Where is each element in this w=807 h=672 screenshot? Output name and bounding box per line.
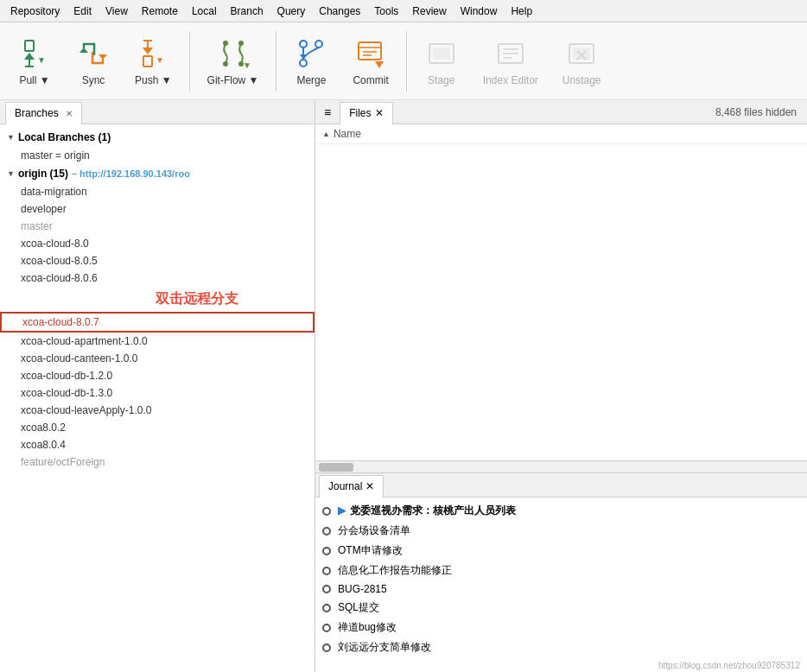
scrollbar-thumb: [319, 463, 353, 472]
branches-tab-bar: Branches ✕: [0, 100, 315, 124]
branch-xcoa-cloud-db12[interactable]: xcoa-cloud-db-1.2.0: [0, 367, 315, 384]
menu-remote[interactable]: Remote: [135, 3, 185, 19]
sync-button[interactable]: Sync: [66, 31, 121, 92]
menu-changes[interactable]: Changes: [312, 3, 367, 19]
branch-xcoa-cloud-807[interactable]: xcoa-cloud-8.0.7: [0, 312, 315, 333]
origin-triangle-icon: ▼: [7, 169, 15, 178]
journal-entry-text: BUG-2815: [338, 583, 387, 595]
journal-item[interactable]: ▶ 党委巡视办需求：核桃产出人员列表: [315, 501, 807, 521]
svg-rect-22: [359, 42, 381, 60]
origin-header[interactable]: ▼ origin (15) – http://192.168.90.143/ro…: [0, 164, 315, 183]
unstage-icon: [564, 36, 599, 71]
journal-close-icon[interactable]: ✕: [365, 480, 374, 492]
sort-arrow-icon: ▲: [322, 130, 330, 138]
files-tab[interactable]: Files ✕: [340, 102, 392, 124]
menu-review[interactable]: Review: [405, 3, 453, 19]
local-branch-master[interactable]: master = origin: [0, 147, 315, 164]
pull-button[interactable]: ▼ Pull ▼: [7, 31, 62, 92]
journal-body: ▶ 党委巡视办需求：核桃产出人员列表分会场设备清单OTM申请修改信息化工作报告功…: [315, 498, 807, 659]
svg-rect-0: [25, 41, 34, 51]
files-name-column: Name: [334, 128, 361, 140]
local-branches-header[interactable]: ▼ Local Branches (1): [0, 128, 315, 147]
branch-xcoa804[interactable]: xcoa8.0.4: [0, 436, 315, 453]
gitflow-icon: ▼: [216, 36, 251, 71]
stage-label: Stage: [428, 74, 454, 86]
journal-entry-text: 刘远远分支简单修改: [338, 640, 431, 655]
menu-help[interactable]: Help: [504, 3, 539, 19]
separator-2: [276, 31, 276, 92]
svg-marker-5: [79, 48, 88, 53]
stage-button[interactable]: Stage: [414, 31, 469, 92]
menu-branch[interactable]: Branch: [224, 3, 270, 19]
right-panel: ≡ Files ✕ 8,468 files hidden ▲ Name: [315, 100, 807, 672]
separator-3: [406, 31, 407, 92]
branches-tab[interactable]: Branches ✕: [5, 102, 82, 124]
journal-item[interactable]: OTM申请修改: [315, 541, 807, 561]
menu-tools[interactable]: Tools: [367, 3, 405, 19]
journal-item[interactable]: 信息化工作报告功能修正: [315, 561, 807, 580]
play-icon: ▶: [338, 504, 348, 517]
svg-point-17: [300, 41, 307, 48]
push-button[interactable]: ▼ Push ▼: [124, 31, 182, 92]
files-tab-label: Files: [349, 107, 371, 119]
local-branches-label: Local Branches (1): [18, 131, 111, 143]
gitflow-button[interactable]: ▼ Git-Flow ▼: [197, 31, 270, 92]
pull-icon: ▼: [17, 36, 52, 71]
files-body[interactable]: [315, 144, 807, 460]
master-origin-suffix: = origin: [55, 149, 90, 162]
hamburger-icon[interactable]: ≡: [319, 104, 336, 121]
origin-label: origin (15): [18, 168, 68, 180]
journal-item[interactable]: 刘远远分支简单修改: [315, 637, 807, 657]
menu-edit[interactable]: Edit: [67, 3, 98, 19]
journal-entry-text: 信息化工作报告功能修正: [338, 563, 452, 578]
journal-item[interactable]: BUG-2815: [315, 580, 807, 598]
branch-xcoa-cloud-db13[interactable]: xcoa-cloud-db-1.3.0: [0, 384, 315, 402]
svg-point-14: [223, 61, 228, 67]
journal-dot-icon: [322, 547, 331, 555]
menu-repository[interactable]: Repository: [3, 3, 67, 19]
svg-text:▼: ▼: [156, 55, 164, 65]
index-editor-button[interactable]: Index Editor: [473, 31, 549, 92]
branches-close-icon[interactable]: ✕: [66, 109, 73, 118]
branch-data-migration[interactable]: data-migration: [0, 183, 315, 200]
branch-feature-octforeign[interactable]: feature/octForeign: [0, 453, 315, 471]
journal-item[interactable]: 禅道bug修改: [315, 618, 807, 637]
branch-xcoa-cloud-leave[interactable]: xcoa-cloud-leaveApply-1.0.0: [0, 402, 315, 419]
files-horizontal-scrollbar[interactable]: [315, 460, 807, 472]
branch-xcoa802[interactable]: xcoa8.0.2: [0, 419, 315, 436]
menu-window[interactable]: Window: [454, 3, 505, 19]
journal-tab-bar: Journal ✕: [315, 473, 807, 498]
branch-xcoa-cloud-canteen[interactable]: xcoa-cloud-canteen-1.0.0: [0, 350, 315, 367]
branch-xcoa-cloud-806[interactable]: xcoa-cloud-8.0.6: [0, 269, 315, 287]
journal-item[interactable]: SQL提交: [315, 598, 807, 618]
menu-local[interactable]: Local: [185, 3, 224, 19]
journal-item[interactable]: 分会场设备清单: [315, 521, 807, 541]
index-editor-icon: [493, 36, 528, 71]
merge-icon: [294, 36, 328, 71]
journal-tab[interactable]: Journal ✕: [319, 475, 384, 498]
files-column-header: ▲ Name: [315, 124, 807, 144]
branch-xcoa-cloud-805[interactable]: xcoa-cloud-8.0.5: [0, 252, 315, 269]
merge-button[interactable]: Merge: [283, 31, 339, 92]
stage-icon: [424, 36, 459, 71]
svg-text:▼: ▼: [243, 60, 250, 70]
branch-xcoa-cloud-80[interactable]: xcoa-cloud-8.0: [0, 235, 315, 252]
menu-query[interactable]: Query: [270, 3, 313, 19]
unstage-button[interactable]: Unstage: [552, 31, 612, 92]
branch-master-origin[interactable]: master: [0, 218, 315, 235]
unstage-label: Unstage: [562, 74, 601, 86]
files-tab-left: ≡ Files ✕: [319, 100, 393, 124]
svg-marker-6: [98, 54, 107, 60]
branches-content: ▼ Local Branches (1) master = origin ▼ o…: [0, 124, 315, 672]
menu-view[interactable]: View: [98, 3, 135, 19]
branch-xcoa-cloud-apartment[interactable]: xcoa-cloud-apartment-1.0.0: [0, 333, 315, 350]
journal-dot-icon: [322, 527, 331, 536]
left-panel: Branches ✕ ▼ Local Branches (1) master =…: [0, 100, 315, 672]
journal-entry-text: 分会场设备清单: [338, 523, 410, 538]
commit-button[interactable]: Commit: [342, 31, 398, 92]
sync-label: Sync: [82, 74, 105, 86]
svg-rect-27: [433, 48, 450, 60]
files-close-icon[interactable]: ✕: [375, 107, 384, 119]
toolbar: ▼ Pull ▼ Sync ▼ Push ▼: [0, 22, 807, 100]
branch-developer[interactable]: developer: [0, 200, 315, 218]
